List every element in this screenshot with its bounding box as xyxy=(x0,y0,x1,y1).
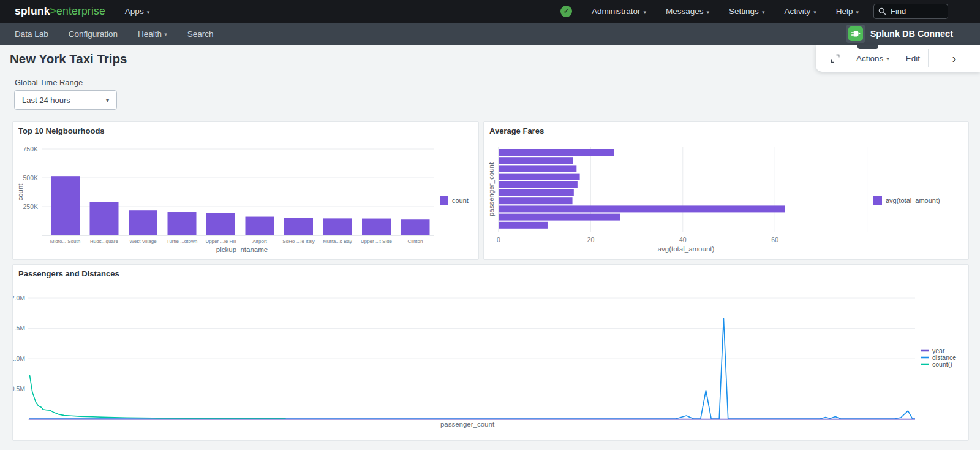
caret-down-icon: ▾ xyxy=(856,9,859,15)
chevron-right-icon: › xyxy=(952,51,957,66)
svg-text:passenger_count: passenger_count xyxy=(440,421,495,428)
caret-down-icon: ▾ xyxy=(164,31,167,37)
db-connect-app-icon xyxy=(846,25,865,43)
svg-text:Midto... South: Midto... South xyxy=(50,238,80,244)
find-search-input[interactable] xyxy=(889,6,935,17)
svg-text:Airport: Airport xyxy=(252,238,267,244)
apps-menu[interactable]: Apps▾ xyxy=(125,7,149,16)
svg-text:2.0M: 2.0M xyxy=(13,294,25,302)
dashboard-action-bar: Actions▾ Edit › xyxy=(816,45,980,72)
logo-product: enterprise xyxy=(56,5,105,17)
svg-text:passenger_count: passenger_count xyxy=(488,162,495,216)
svg-text:1.0M: 1.0M xyxy=(13,355,25,362)
caret-down-icon: ▾ xyxy=(644,9,647,15)
svg-text:Turtle ...dtown: Turtle ...dtown xyxy=(167,238,197,244)
nav-item-data-lab[interactable]: Data Lab xyxy=(15,29,48,39)
caret-down-icon: ▾ xyxy=(147,9,150,15)
svg-text:Huds...quare: Huds...quare xyxy=(90,238,118,244)
svg-text:750K: 750K xyxy=(23,145,38,153)
caret-down-icon: ▾ xyxy=(813,9,816,15)
caret-down-icon: ▾ xyxy=(106,97,109,104)
caret-down-icon: ▾ xyxy=(762,9,765,15)
svg-text:Upper ...t Side: Upper ...t Side xyxy=(361,238,393,244)
svg-text:250K: 250K xyxy=(23,203,38,210)
svg-text:500K: 500K xyxy=(23,174,38,181)
splunk-logo: splunk>enterprise xyxy=(15,5,105,18)
svg-text:SoHo-...le Italy: SoHo-...le Italy xyxy=(282,238,314,244)
svg-text:20: 20 xyxy=(587,236,595,243)
panel-top10-neighbourhoods: Top 10 Neigbourhoods 250K500K750KMidto..… xyxy=(12,121,479,260)
messages-menu[interactable]: Messages▾ xyxy=(666,7,709,16)
plug-icon xyxy=(848,26,863,41)
expand-icon xyxy=(831,54,840,63)
svg-text:0: 0 xyxy=(497,236,500,243)
panel-passengers-distances: Passengers and Distances 0.5M1.0M1.5M2.0… xyxy=(12,264,969,441)
svg-text:Clinton: Clinton xyxy=(408,238,423,244)
collapse-panel-button[interactable]: › xyxy=(928,49,980,67)
svg-text:avg(total_amount): avg(total_amount) xyxy=(658,245,715,253)
fullscreen-button[interactable] xyxy=(831,54,840,63)
svg-text:avg(total_amount): avg(total_amount) xyxy=(886,197,940,204)
edit-button[interactable]: Edit xyxy=(906,54,920,63)
panel-handle xyxy=(858,45,878,49)
bar-chart-top10[interactable]: 250K500K750KMidto... SouthHuds...quareWe… xyxy=(13,122,478,259)
actions-button[interactable]: Actions▾ xyxy=(856,54,889,63)
svg-text:60: 60 xyxy=(771,236,778,243)
svg-text:West Village: West Village xyxy=(129,238,157,244)
settings-menu[interactable]: Settings▾ xyxy=(729,7,764,16)
nav-item-search[interactable]: Search xyxy=(187,29,214,39)
panel-average-fares: Average Fares 0204060avg(total_amount)pa… xyxy=(483,121,969,260)
caret-down-icon: ▾ xyxy=(707,9,710,15)
page-title: New York Taxi Trips xyxy=(10,51,127,66)
nav-item-health[interactable]: Health▾ xyxy=(138,29,167,39)
nav-item-configuration[interactable]: Configuration xyxy=(69,29,118,39)
app-nav: Data Lab Configuration Health▾ Search Sp… xyxy=(0,23,980,45)
help-menu[interactable]: Help▾ xyxy=(836,7,859,16)
logo-brand: splunk xyxy=(15,5,50,17)
svg-text:count(): count() xyxy=(932,360,952,368)
top-nav: splunk>enterprise Apps▾ ✓ Administrator▾… xyxy=(0,0,980,23)
svg-text:40: 40 xyxy=(679,236,687,243)
svg-text:count: count xyxy=(452,197,469,204)
svg-text:Murra...s Bay: Murra...s Bay xyxy=(323,238,352,244)
svg-text:1.5M: 1.5M xyxy=(13,324,25,332)
svg-text:count: count xyxy=(17,183,24,201)
time-range-value: Last 24 hours xyxy=(22,96,106,105)
splunk-dashboard: splunk>enterprise Apps▾ ✓ Administrator▾… xyxy=(0,0,980,450)
administrator-menu[interactable]: Administrator▾ xyxy=(592,7,646,16)
hbar-chart-average-fares[interactable]: 0204060avg(total_amount)passenger_counta… xyxy=(484,122,968,259)
svg-text:Upper ...ie Hill: Upper ...ie Hill xyxy=(205,238,236,244)
app-identity: Splunk DB Connect xyxy=(846,25,953,43)
logo-gt: > xyxy=(50,5,56,17)
caret-down-icon: ▾ xyxy=(886,56,889,62)
svg-text:pickup_ntaname: pickup_ntaname xyxy=(216,246,268,253)
line-chart-passengers-distances[interactable]: 0.5M1.0M1.5M2.0Mpassenger_countyeardista… xyxy=(13,265,968,440)
find-search-box[interactable] xyxy=(873,4,948,19)
time-range-dropdown[interactable]: Last 24 hours ▾ xyxy=(14,90,117,110)
health-status-icon[interactable]: ✓ xyxy=(560,6,572,17)
time-range-label: Global Time Range xyxy=(15,78,83,87)
activity-menu[interactable]: Activity▾ xyxy=(784,7,816,16)
search-icon xyxy=(878,7,886,15)
app-title: Splunk DB Connect xyxy=(870,29,953,39)
svg-text:0.5M: 0.5M xyxy=(13,385,25,392)
top-nav-right: ✓ Administrator▾ Messages▾ Settings▾ Act… xyxy=(560,4,980,19)
